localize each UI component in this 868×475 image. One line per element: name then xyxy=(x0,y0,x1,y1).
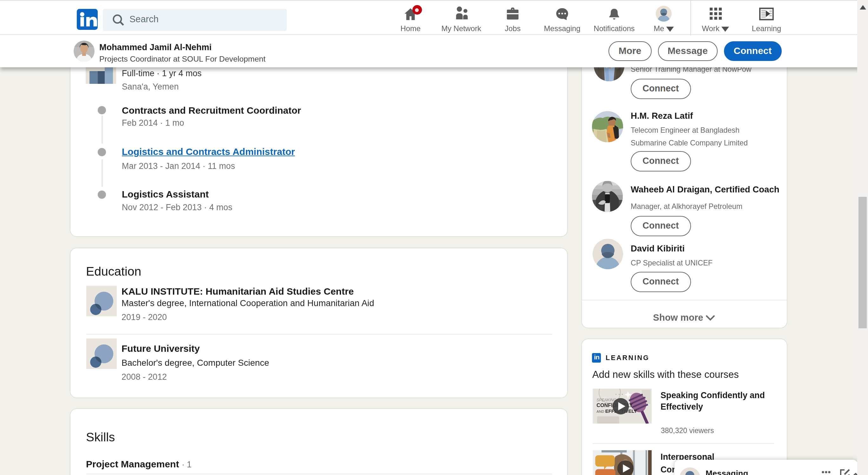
svg-text:SPEAKING: SPEAKING xyxy=(596,397,616,402)
